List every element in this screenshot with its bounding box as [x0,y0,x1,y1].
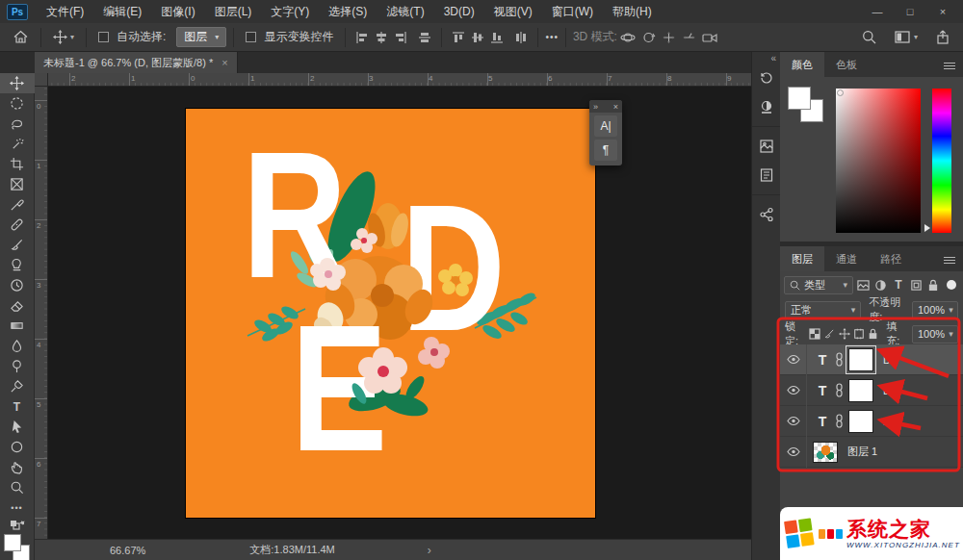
artboard-canvas[interactable]: R D [186,109,595,518]
menu-layer[interactable]: 图层(L) [205,0,262,23]
3d-slide-icon[interactable] [682,31,696,44]
tool-history-brush[interactable] [0,275,35,295]
share-icon[interactable] [936,30,950,44]
tab-channels[interactable]: 通道 [824,246,869,271]
close-button[interactable]: × [926,0,959,23]
fill-dropdown[interactable]: 100% ▾ [912,325,958,344]
workspace-switcher[interactable]: ▾ [890,31,923,43]
menu-file[interactable]: 文件(F) [37,0,93,23]
document-tab[interactable]: 未标题-1 @ 66.7% (D, 图层蒙版/8) * × [35,52,238,73]
align-bottom-button[interactable] [490,31,504,44]
tool-eyedropper[interactable] [0,194,35,215]
layer-mask-link-icon[interactable] [834,414,845,428]
menu-help[interactable]: 帮助(H) [603,0,662,23]
tool-shape-ellipse[interactable] [0,437,35,457]
menu-edit[interactable]: 编辑(E) [93,0,151,23]
align-right-button[interactable] [394,31,407,44]
layer-row-layer1[interactable]: 图层 1 [780,437,963,468]
menu-select[interactable]: 选择(S) [319,0,377,23]
auto-select-checkbox[interactable]: 自动选择: [93,29,170,45]
layer-name[interactable]: E [883,385,890,396]
tool-crop[interactable] [0,154,35,174]
tab-swatches[interactable]: 色板 [824,52,869,77]
align-middle-v-button[interactable] [471,31,484,44]
layer-mask-link-icon[interactable] [834,352,845,367]
layer-image-thumbnail[interactable] [813,442,838,463]
menu-filter[interactable]: 滤镜(T) [377,0,433,23]
tool-pen[interactable] [0,376,35,396]
foreground-color-swatch[interactable] [4,534,21,551]
foreground-background-colors[interactable] [3,534,32,560]
swap-colors-icon[interactable] [10,520,25,532]
saturation-brightness-field[interactable] [836,89,921,233]
layer-mask-link-icon[interactable] [834,383,845,397]
share-nodes-icon[interactable] [752,200,781,229]
color-panel-foreground-swatch[interactable] [788,87,811,110]
3d-pan-icon[interactable] [662,31,676,44]
layer-name[interactable]: 图层 1 [847,445,877,459]
tool-blur[interactable] [0,336,35,356]
layer-filter-type-dropdown[interactable]: 类型 ▾ [784,276,853,294]
auto-select-target-dropdown[interactable]: 图层 ▾ [176,27,226,47]
libraries-icon[interactable] [752,132,781,161]
tool-brush[interactable] [0,235,35,255]
distribute-v-button[interactable] [514,31,528,44]
menu-3d[interactable]: 3D(D) [434,0,484,23]
tool-hand[interactable] [0,457,35,477]
align-left-button[interactable] [355,31,369,44]
align-top-button[interactable] [452,31,465,44]
3d-orbit-icon[interactable] [620,31,636,44]
tool-path-selection[interactable] [0,417,35,437]
visibility-toggle[interactable] [780,437,807,468]
menu-view[interactable]: 视图(V) [484,0,542,23]
hue-slider[interactable] [932,89,951,233]
align-center-h-button[interactable] [375,31,388,44]
edit-toolbar-button[interactable]: ••• [0,497,35,518]
vertical-ruler[interactable]: 0 1 2 3 4 5 6 7 [35,87,48,539]
tool-gradient[interactable] [0,316,35,336]
history-icon[interactable] [752,64,781,92]
filter-adjustment-layers-icon[interactable] [872,276,888,293]
home-button[interactable] [8,30,34,44]
tool-zoom[interactable] [0,477,35,497]
tool-magic-wand[interactable] [0,134,35,154]
tool-frame[interactable] [0,174,35,194]
tool-clone-stamp[interactable] [0,255,35,275]
distribute-h-button[interactable] [418,31,431,44]
filter-smart-objects-icon[interactable] [925,276,941,293]
hue-slider-handle[interactable] [924,224,930,232]
visibility-toggle[interactable] [780,375,807,406]
collapse-dock-icon[interactable]: « [752,52,780,64]
tab-layers[interactable]: 图层 [780,246,824,271]
tool-marquee[interactable] [0,93,35,114]
tool-type[interactable]: T [0,396,35,417]
paragraph-panel-button[interactable]: ¶ [594,140,617,161]
tool-move[interactable] [0,73,35,93]
lock-transparent-pixels-icon[interactable] [808,325,822,343]
layer-name[interactable]: R [883,416,891,427]
adjustments-icon[interactable] [752,92,781,121]
visibility-toggle[interactable] [780,406,807,437]
layer-row-d[interactable]: T D [780,344,963,375]
layer-row-e[interactable]: T E [780,375,963,406]
close-tab-icon[interactable]: × [221,57,227,68]
properties-icon[interactable] [752,161,781,190]
tool-lasso[interactable] [0,114,35,134]
panel-menu-icon[interactable] [944,63,955,64]
tab-paths[interactable]: 路径 [869,246,913,271]
expand-panel-icon[interactable]: » [593,102,598,112]
horizontal-ruler[interactable]: 2 1 0 1 2 3 4 5 6 7 8 9 [48,73,751,87]
show-transform-checkbox[interactable]: 显示变换控件 [241,29,338,45]
filter-pixel-layers-icon[interactable] [855,276,871,293]
layer-mask-thumbnail[interactable] [848,379,873,402]
tool-spot-healing[interactable] [0,215,35,235]
visibility-toggle[interactable] [780,344,807,375]
menu-type[interactable]: 文字(Y) [261,0,319,23]
close-panel-icon[interactable]: × [613,102,618,112]
maximize-button[interactable]: □ [894,0,926,23]
filter-toggle[interactable] [944,276,959,293]
canvas-workspace[interactable]: 2 1 0 1 2 3 4 5 6 7 8 9 0 1 2 3 4 5 6 7 [35,73,751,539]
layer-mask-thumbnail[interactable] [848,410,873,433]
status-options-chevron-icon[interactable]: › [428,544,431,557]
layer-mask-thumbnail[interactable] [848,348,873,371]
